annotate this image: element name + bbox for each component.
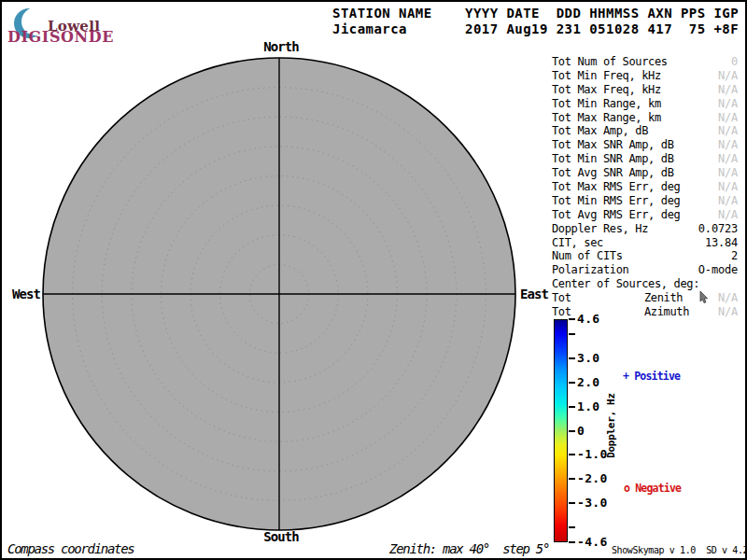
compass-label-west: West	[0, 287, 40, 301]
stat-value: 2	[731, 249, 738, 263]
stat-row: PolarizationO-mode	[552, 263, 738, 277]
header-column-titles: STATION NAME YYYY DATE DDD HHMMSS AXN PP…	[332, 6, 739, 21]
stat-value: 0.0723	[698, 222, 738, 236]
colorbar-tick	[569, 526, 575, 528]
showskymap-window: Lowell DIGISONDE STATION NAME YYYY DATE …	[0, 0, 747, 560]
stat-label: Num of CITs	[552, 249, 623, 262]
stat-row: Tot Avg RMS Err, degN/A	[552, 208, 738, 222]
stat-row: Tot Max SNR Amp, dBN/A	[552, 138, 738, 152]
stat-value: N/A	[718, 152, 738, 166]
stat-label: Tot Avg RMS Err, deg	[552, 208, 681, 221]
colorbar-tick-label: -1.0	[577, 447, 608, 461]
compass-label-south: South	[262, 529, 300, 544]
stat-value: N/A	[718, 208, 738, 222]
stat-sublabel: Azimuth	[644, 305, 689, 319]
stat-label: Tot Avg SNR Amp, dB	[552, 166, 674, 179]
legend-negative: o Negative	[624, 482, 681, 495]
version-label: ShowSkymap v 1.0 SD v 4.2	[612, 545, 747, 555]
colorbar-tick-label: 2.0	[577, 375, 599, 389]
stat-label: Tot Max Amp, dB	[552, 124, 648, 137]
mouse-cursor-icon	[699, 290, 711, 308]
colorbar-tick-label: -3.0	[577, 496, 608, 510]
stat-value: 13.84	[705, 236, 738, 250]
colorbar-tick	[569, 541, 575, 543]
colorbar-tick	[569, 406, 575, 408]
stat-value: N/A	[718, 166, 738, 180]
stat-label: Doppler Res, Hz	[552, 222, 648, 235]
compass-label-north: North	[262, 39, 300, 54]
stat-row: Tot Num of Sources0	[552, 55, 738, 69]
colorbar-tick	[569, 454, 575, 455]
stats-panel: Tot Num of Sources0Tot Min Freq, kHzN/AT…	[552, 55, 738, 319]
stat-row: Center of Sources, deg:	[552, 277, 738, 291]
colorbar-tick-label: -2.0	[577, 471, 608, 485]
colorbar-tick-label: 0	[577, 424, 585, 438]
stat-label: Tot Min Freq, kHz	[552, 69, 661, 82]
colorbar-tick	[569, 333, 575, 335]
colorbar-axis-title: Doppler, Hz	[605, 393, 617, 458]
stat-row: Tot Max Freq, kHzN/A	[552, 83, 738, 97]
stat-value: N/A	[718, 180, 738, 194]
doppler-colorbar	[554, 319, 568, 542]
stat-row: CIT, sec13.84	[552, 236, 738, 250]
stat-value: O-mode	[698, 263, 738, 277]
stat-row: Tot Min RMS Err, degN/A	[552, 194, 738, 208]
stat-label: Tot Num of Sources	[552, 55, 668, 68]
stat-label: Tot Min RMS Err, deg	[552, 194, 681, 207]
stat-row: Num of CITs2	[552, 249, 738, 263]
stat-row: Tot Max RMS Err, degN/A	[552, 180, 738, 194]
stat-label: Center of Sources, deg:	[552, 277, 699, 290]
stat-label: Tot	[552, 305, 571, 318]
stat-value: N/A	[718, 138, 738, 152]
stat-value: N/A	[718, 97, 738, 111]
stat-value: N/A	[718, 124, 738, 138]
colorbar-tick-label: -4.6	[577, 535, 608, 549]
colorbar-tick	[569, 357, 575, 359]
stat-row: Tot Min Freq, kHzN/A	[552, 69, 738, 83]
colorbar-tick	[569, 502, 575, 504]
colorbar-tick-label: 4.6	[577, 312, 599, 326]
stat-sublabel: Zenith	[644, 291, 683, 305]
stat-label: Tot Max RMS Err, deg	[552, 180, 681, 193]
stat-row: Doppler Res, Hz0.0723	[552, 222, 738, 236]
header-station-values: Jicamarca 2017 Aug19 231 051028 417 75 +…	[332, 21, 739, 37]
stat-label: Polarization	[552, 263, 629, 276]
stat-label: CIT, sec	[552, 236, 603, 249]
stat-label: Tot Min SNR Amp, dB	[552, 152, 674, 165]
stat-value: N/A	[718, 305, 738, 319]
stat-row: Tot Avg SNR Amp, dBN/A	[552, 166, 738, 180]
stat-row: Tot Min Range, kmN/A	[552, 97, 738, 111]
stat-value: N/A	[718, 291, 738, 305]
colorbar-tick-label: 1.0	[577, 399, 599, 413]
stat-row: Tot Min SNR Amp, dBN/A	[552, 152, 738, 166]
colorbar-tick	[569, 478, 575, 480]
stat-row: Tot Max Amp, dBN/A	[552, 124, 738, 138]
colorbar-tick	[569, 382, 575, 384]
legend-positive: + Positive	[623, 370, 680, 383]
station-header: STATION NAME YYYY DATE DDD HHMMSS AXN PP…	[332, 6, 739, 37]
zenith-range-label: Zenith: max 40° step 5°	[389, 541, 549, 556]
stat-value: N/A	[718, 194, 738, 208]
stat-row: Tot Max Range, kmN/A	[552, 111, 738, 125]
stat-value: N/A	[718, 69, 738, 83]
logo-text-digisonde: DIGISONDE	[7, 28, 114, 46]
stat-label: Tot Max Range, km	[552, 111, 661, 124]
stat-value: 0	[731, 55, 738, 69]
colorbar-tick-label: 3.0	[577, 351, 599, 365]
stat-label: Tot Min Range, km	[552, 97, 661, 110]
stat-label: Tot	[552, 291, 571, 304]
colorbar-tick	[569, 318, 575, 320]
colorbar-tick	[569, 430, 575, 432]
stat-label: Tot Max SNR Amp, dB	[552, 138, 674, 151]
coordinates-mode-label: Compass coordinates	[7, 541, 134, 556]
stat-value: N/A	[718, 111, 738, 125]
stat-value: N/A	[718, 83, 738, 97]
stat-label: Tot Max Freq, kHz	[552, 83, 661, 96]
lowell-digisonde-logo: Lowell DIGISONDE	[0, 0, 131, 47]
